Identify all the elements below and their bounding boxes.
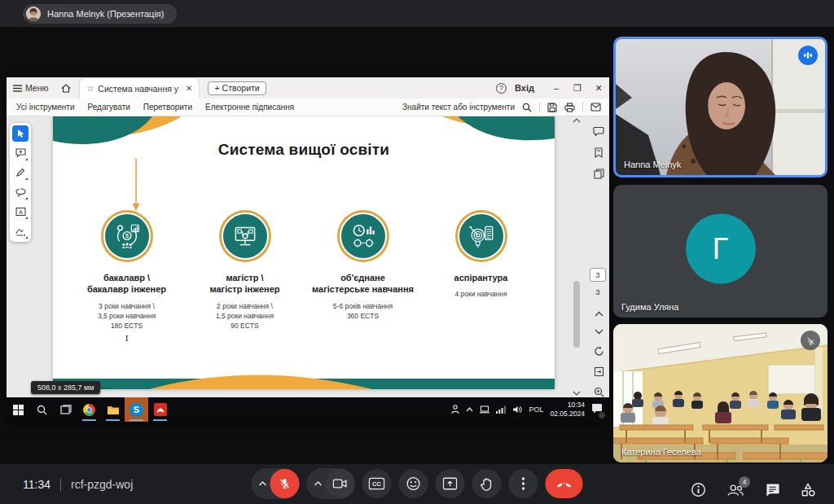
meeting-code: rcf-pzgd-woj	[71, 478, 133, 491]
meeting-panels: 4	[691, 482, 816, 497]
column-details: 3 роки навчання \ 3,5 роки навчання 180 …	[98, 301, 156, 331]
acrobat-taskbar-icon[interactable]	[148, 397, 172, 422]
column-details: 5-6 років навчання 360 ECTS	[333, 301, 393, 322]
mail-share-icon[interactable]	[590, 103, 601, 112]
favorite-star-icon[interactable]: ☆	[86, 84, 94, 93]
task-view-button[interactable]	[54, 397, 77, 422]
text-box-tool[interactable]: A	[12, 204, 29, 220]
action-center-icon[interactable]	[591, 402, 603, 417]
svg-text:A: A	[18, 208, 22, 216]
menu-item-all-tools[interactable]: Усі інструменти	[10, 103, 81, 112]
acrobat-tool-strip: A	[10, 123, 31, 242]
comment-tool[interactable]	[12, 145, 29, 161]
next-page-icon[interactable]	[590, 323, 607, 340]
participants-button[interactable]: 4	[726, 483, 744, 497]
language-indicator[interactable]: POL	[529, 405, 543, 414]
taskbar-clock[interactable]: 10:34 02.05.2024	[550, 401, 585, 418]
present-screen-button[interactable]	[436, 469, 465, 498]
video-tile-kateryna[interactable]: Катерина Геселева	[613, 324, 827, 462]
window-maximize-button[interactable]: ❐	[567, 83, 588, 94]
speaker-icon[interactable]	[512, 405, 522, 414]
menu-item-convert[interactable]: Перетворити	[137, 103, 199, 112]
menu-item-esign[interactable]: Електронне підписання	[199, 103, 301, 112]
notification-badge	[598, 411, 606, 419]
select-tool[interactable]	[12, 125, 29, 142]
mic-mute-button[interactable]	[270, 469, 300, 498]
captions-button[interactable]: CC	[362, 469, 392, 498]
print-icon[interactable]	[564, 103, 575, 112]
scroll-down-icon[interactable]	[573, 391, 581, 396]
document-tab[interactable]: ☆ Система навчання у ✕	[79, 77, 200, 99]
search-icon[interactable]	[522, 103, 532, 112]
activities-button[interactable]	[801, 482, 816, 497]
taskbar-date: 02.05.2024	[550, 410, 585, 419]
bookmarks-panel-icon[interactable]	[590, 144, 607, 160]
meeting-details-button[interactable]	[691, 482, 706, 497]
tile-name-label: Hanna Melnyk	[624, 160, 681, 169]
network-signal-icon[interactable]	[496, 405, 506, 414]
meet-window: Hanna Melnyk (Презентація) Меню ☆ Систем…	[0, 0, 834, 504]
slide-title: Система вищої освіти	[53, 141, 555, 159]
rotate-page-icon[interactable]	[590, 343, 607, 359]
down-arrow-icon	[133, 159, 140, 211]
slide-column-phd: аспірантура 4 роки навчання	[422, 213, 540, 343]
column-heading: магістр \ магістр інженер	[210, 272, 280, 296]
scroll-up-icon[interactable]	[573, 118, 581, 123]
skype-taskbar-icon[interactable]: S	[125, 397, 148, 422]
tab-close-icon[interactable]: ✕	[186, 84, 192, 93]
slide-page: Система вищої освіти $ бакалавр \ бакала…	[53, 116, 555, 389]
help-icon[interactable]: ?	[496, 83, 507, 94]
home-button[interactable]	[55, 77, 77, 99]
tray-device-icon[interactable]	[480, 405, 489, 414]
hamburger-icon	[13, 85, 22, 92]
video-tile-hanna[interactable]: Hanna Melnyk	[613, 37, 827, 177]
tray-person-icon[interactable]	[451, 405, 459, 414]
page-total-label: 3	[590, 287, 606, 296]
document-scrollbar[interactable]	[572, 118, 582, 396]
page-number-input[interactable]: 3	[590, 268, 606, 282]
create-tab-button[interactable]: + Створити	[208, 81, 266, 95]
window-close-button[interactable]: ✕	[588, 83, 609, 94]
scrollbar-thumb[interactable]	[573, 281, 580, 348]
tile-name-label: Катерина Геселева	[621, 447, 701, 457]
page-fit-icon[interactable]	[590, 363, 607, 379]
menu-item-edit[interactable]: Редагувати	[81, 103, 136, 112]
call-controls: CC	[252, 468, 583, 499]
search-label[interactable]: Знайти текст або інструменти	[402, 103, 515, 112]
text-box-icon: A	[15, 207, 26, 217]
more-options-button[interactable]	[509, 469, 538, 498]
taskbar-search-button[interactable]	[30, 397, 54, 422]
mic-options-chevron[interactable]	[259, 481, 267, 486]
tray-expand-icon[interactable]	[466, 407, 473, 412]
window-minimize-button[interactable]: –	[546, 83, 567, 93]
page-size-tooltip: 508,0 x 285,7 мм	[31, 381, 100, 394]
file-explorer-taskbar-icon[interactable]	[101, 397, 125, 422]
reactions-button[interactable]	[399, 469, 428, 498]
chat-button[interactable]	[765, 483, 780, 497]
save-icon[interactable]	[547, 103, 557, 112]
pencil-tool[interactable]	[12, 164, 29, 181]
stamp-sign-tool[interactable]	[12, 223, 29, 239]
lasso-icon	[15, 188, 26, 197]
raise-hand-button[interactable]	[472, 469, 502, 498]
lasso-tool[interactable]	[12, 184, 29, 200]
slide-column-bachelor: $ бакалавр \ бакалавр інженер 3 роки нав…	[68, 213, 186, 343]
acrobat-menu-button[interactable]: Меню	[7, 77, 55, 99]
document-area: A С	[7, 116, 609, 397]
comments-panel-icon[interactable]	[590, 123, 607, 139]
camera-options-chevron[interactable]	[314, 481, 323, 486]
plus-icon: +	[214, 83, 219, 93]
chrome-taskbar-icon[interactable]	[77, 397, 101, 422]
camera-toggle-button[interactable]	[326, 469, 355, 498]
signin-button[interactable]: Вхід	[515, 83, 534, 93]
video-tile-hudyma[interactable]: Г Гудима Уляна	[613, 185, 827, 318]
slide-columns: $ бакалавр \ бакалавр інженер 3 роки нав…	[68, 213, 540, 343]
previous-page-icon[interactable]	[590, 305, 607, 322]
start-button[interactable]	[7, 397, 30, 422]
pages-panel-icon[interactable]	[590, 165, 607, 182]
zoom-in-icon[interactable]	[590, 383, 607, 397]
avatar-face-icon	[26, 7, 41, 21]
comment-bubble-icon	[15, 148, 26, 158]
create-label: Створити	[222, 83, 260, 93]
end-call-button[interactable]	[546, 469, 583, 498]
